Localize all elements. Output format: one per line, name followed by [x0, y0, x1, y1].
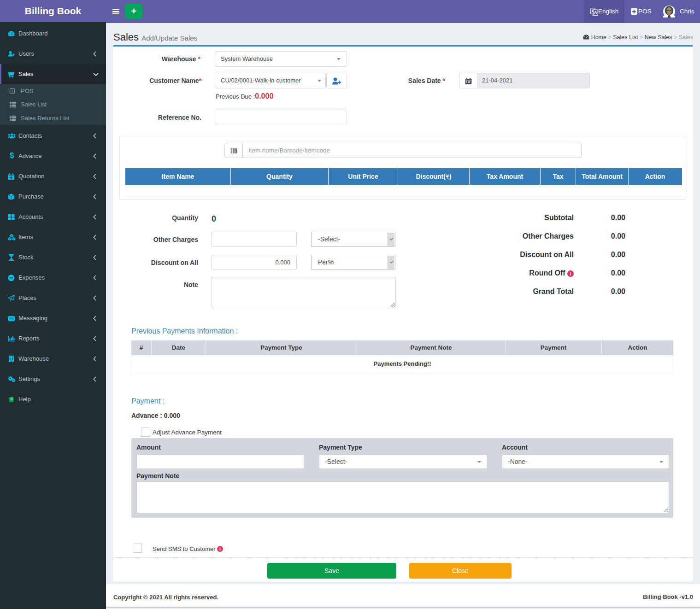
svg-text:i: i — [219, 546, 221, 551]
svg-text:A: A — [594, 10, 597, 15]
svg-text:i: i — [570, 271, 571, 276]
